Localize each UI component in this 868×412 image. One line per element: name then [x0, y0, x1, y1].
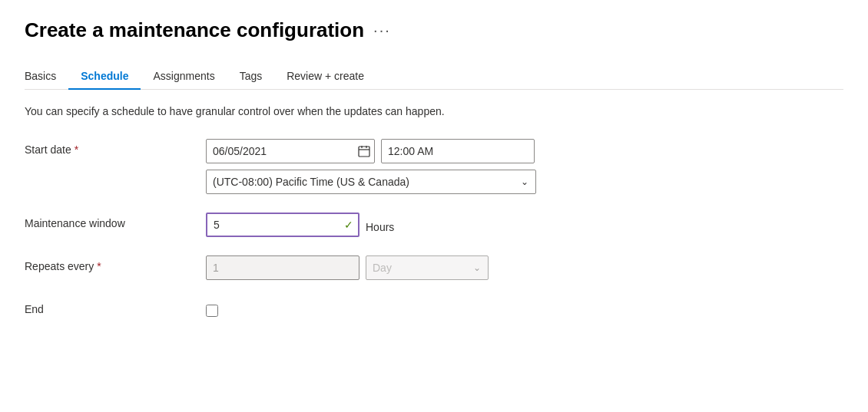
- maintenance-window-input[interactable]: [206, 213, 359, 237]
- date-input-wrapper: [206, 139, 375, 163]
- tab-schedule[interactable]: Schedule: [68, 64, 141, 90]
- form-section: Start date *: [25, 139, 843, 317]
- maintenance-input-wrapper: ✓: [206, 213, 359, 237]
- repeats-unit-wrapper: Day Week Month ⌄: [366, 255, 489, 280]
- start-date-label: Start date *: [25, 139, 194, 156]
- page-title-row: Create a maintenance configuration ···: [25, 18, 843, 42]
- calendar-icon: [358, 145, 370, 157]
- maintenance-window-label: Maintenance window: [25, 213, 194, 229]
- maintenance-window-row: Maintenance window ✓ Hours: [25, 213, 843, 237]
- tab-review-create[interactable]: Review + create: [274, 64, 376, 90]
- start-date-row: Start date *: [25, 139, 843, 194]
- calendar-icon-button[interactable]: [358, 145, 370, 157]
- maintenance-window-controls: ✓ Hours: [206, 213, 843, 237]
- start-date-controls: (UTC-08:00) Pacific Time (US & Canada) (…: [206, 139, 843, 194]
- page-title: Create a maintenance configuration: [25, 18, 364, 42]
- end-label: End: [25, 298, 194, 315]
- page-container: Create a maintenance configuration ··· B…: [0, 0, 868, 335]
- schedule-description: You can specify a schedule to have granu…: [25, 105, 843, 117]
- date-input[interactable]: [206, 139, 375, 163]
- tab-tags[interactable]: Tags: [227, 64, 275, 90]
- repeats-required: *: [97, 260, 101, 272]
- timezone-row: (UTC-08:00) Pacific Time (US & Canada) (…: [206, 170, 843, 194]
- end-checkbox[interactable]: [206, 305, 218, 317]
- repeats-every-controls: Day Week Month ⌄: [206, 255, 843, 280]
- repeats-unit-select[interactable]: Day Week Month: [366, 255, 489, 280]
- svg-rect-0: [359, 147, 369, 157]
- start-date-required: *: [75, 143, 78, 156]
- repeats-every-input-row: Day Week Month ⌄: [206, 255, 843, 280]
- end-row: End: [25, 298, 843, 317]
- start-date-top-row: [206, 139, 843, 163]
- end-controls: [206, 298, 843, 317]
- maintenance-window-input-row: ✓ Hours: [206, 213, 843, 237]
- tab-basics[interactable]: Basics: [25, 64, 68, 90]
- time-input[interactable]: [381, 139, 535, 163]
- tabs-nav: Basics Schedule Assignments Tags Review …: [25, 64, 843, 90]
- tab-assignments[interactable]: Assignments: [141, 64, 227, 90]
- repeats-every-row: Repeats every * Day Week Month ⌄: [25, 255, 843, 280]
- maintenance-unit-label: Hours: [366, 216, 394, 233]
- more-options-icon[interactable]: ···: [373, 21, 391, 39]
- repeats-every-label: Repeats every *: [25, 255, 194, 272]
- timezone-select[interactable]: (UTC-08:00) Pacific Time (US & Canada) (…: [206, 170, 536, 194]
- repeats-number-input[interactable]: [206, 255, 359, 280]
- timezone-select-wrapper: (UTC-08:00) Pacific Time (US & Canada) (…: [206, 170, 536, 194]
